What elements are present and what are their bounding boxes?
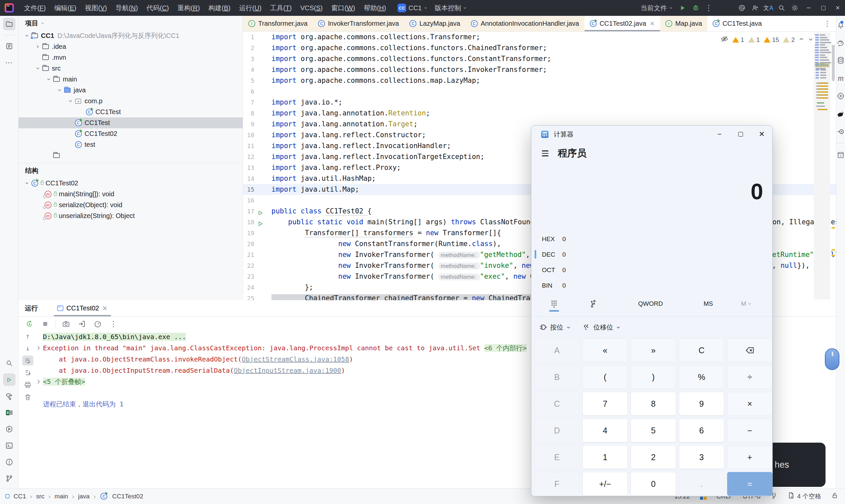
structure-item[interactable]: CCC1Test02	[18, 178, 243, 189]
at-mentions-icon[interactable]	[735, 1, 748, 15]
window-close-button[interactable]: ×	[830, 0, 845, 16]
tree-item-CC1Test[interactable]: CCC1Test	[18, 107, 243, 118]
database-toolwindow-button[interactable]	[837, 55, 845, 66]
project-panel-title[interactable]: 项目	[18, 16, 243, 30]
search-icon[interactable]	[775, 1, 788, 15]
minimap[interactable]: CC1Tes	[814, 32, 830, 300]
eye-off-icon[interactable]	[721, 35, 728, 44]
scrollbar-handle[interactable]	[832, 45, 835, 81]
hamburger-menu-icon[interactable]	[540, 148, 550, 158]
bitwise-dropdown[interactable]: 按位	[539, 323, 571, 332]
editor-scrollbar[interactable]	[831, 32, 836, 300]
inspection-widget[interactable]: 11152	[719, 34, 815, 45]
breadcrumb-item[interactable]: CC1Test02	[112, 493, 143, 500]
tree-item-.idea[interactable]: .idea	[18, 41, 243, 52]
debug-button[interactable]	[689, 1, 702, 15]
key-»[interactable]: »	[631, 338, 676, 362]
next-problem-icon[interactable]	[808, 36, 813, 43]
key-%[interactable]: %	[679, 365, 724, 389]
soft-wrap-button[interactable]	[22, 356, 33, 365]
menu-VCSS[interactable]: VCS(S)	[296, 2, 327, 14]
menu-编辑E[interactable]: 编辑(E)	[50, 2, 81, 14]
menu-窗口W[interactable]: 窗口(W)	[327, 2, 359, 14]
key-D[interactable]: D	[534, 418, 580, 442]
window-minimize-button[interactable]: −	[801, 0, 816, 16]
breadcrumb-item[interactable]: CC1	[14, 493, 26, 500]
tab-LazyMap.java[interactable]: CLazyMap.java	[404, 16, 465, 31]
minimize-button[interactable]: −	[709, 126, 730, 143]
prev-problem-icon[interactable]	[799, 36, 804, 43]
tab-Transformer.java[interactable]: ITransformer.java	[243, 16, 313, 31]
close-icon[interactable]: ✕	[650, 20, 655, 28]
key-4[interactable]: 4	[583, 418, 628, 442]
structure-item[interactable]: mmain(String[]): void	[18, 189, 243, 200]
project-widget[interactable]: CC CC1	[398, 4, 427, 12]
window-restore-button[interactable]	[816, 0, 830, 16]
translate-icon[interactable]: 文A	[762, 1, 775, 15]
maximize-button[interactable]	[730, 126, 751, 143]
key-F[interactable]: F	[534, 472, 580, 496]
key-C[interactable]: C	[534, 392, 580, 416]
run-toolwindow-button[interactable]	[3, 373, 16, 386]
key-backspace[interactable]	[727, 338, 772, 362]
print-button[interactable]	[22, 380, 33, 390]
base-row-BIN[interactable]: BIN0	[535, 278, 667, 293]
base-row-OCT[interactable]: OCT0	[535, 262, 667, 278]
key-×[interactable]: ×	[727, 392, 772, 416]
unlock-status-icon[interactable]	[831, 492, 839, 501]
console-tab[interactable]: CC1Test02 ✕	[54, 300, 111, 316]
calculator-titlebar[interactable]: 计算器 − ✕	[531, 126, 772, 143]
screenshot-button[interactable]	[61, 319, 72, 329]
coverage-button[interactable]	[92, 319, 103, 329]
key-9[interactable]: 9	[679, 392, 724, 416]
excel-plugin-button[interactable]: X	[3, 407, 16, 419]
key-=[interactable]: =	[727, 472, 772, 496]
notifications-button[interactable]	[837, 19, 845, 30]
folded-lines-badge[interactable]: <5 个折叠帧>	[43, 378, 85, 385]
clear-button[interactable]	[22, 392, 33, 402]
key-E[interactable]: E	[534, 445, 580, 469]
key-0[interactable]: 0	[631, 472, 676, 496]
structure-item[interactable]: mserialize(Object): void	[18, 200, 243, 211]
import-test-button[interactable]	[76, 319, 87, 329]
scroll-down-button[interactable]: ↓	[22, 343, 33, 353]
vcs-widget[interactable]: 版本控制	[434, 4, 467, 13]
key-8[interactable]: 8	[631, 392, 676, 416]
key-5[interactable]: 5	[631, 418, 676, 442]
inspection-count[interactable]: 1	[732, 36, 744, 43]
key-)[interactable]: )	[631, 365, 676, 389]
menu-帮助H[interactable]: 帮助(H)	[359, 2, 390, 14]
structure-panel-title[interactable]: 结构	[18, 163, 243, 178]
close-icon[interactable]: ✕	[102, 304, 108, 312]
key-3[interactable]: 3	[679, 445, 724, 469]
key-÷[interactable]: ÷	[727, 365, 772, 389]
menu-重构R[interactable]: 重构(R)	[173, 2, 204, 14]
key-A[interactable]: A	[534, 338, 580, 362]
run-config-widget[interactable]: 当前文件	[641, 4, 673, 13]
more-actions-button[interactable]: ⋮	[702, 1, 715, 15]
commit-toolwindow-button[interactable]	[3, 40, 16, 52]
tree-item-CC1[interactable]: CC1D:\JavaCode\Java序列化与反序列化\CC1	[18, 30, 243, 41]
full-keypad-toggle[interactable]	[535, 296, 573, 312]
tree-item-src[interactable]: src	[18, 63, 243, 74]
tree-item-CC1Test[interactable]: CCC1Test	[18, 118, 243, 128]
tab-bar-more[interactable]: ⋮	[818, 16, 836, 31]
inspection-count[interactable]: 15	[764, 36, 779, 43]
ai-assistant-button[interactable]	[837, 37, 845, 48]
maven-toolwindow-button[interactable]: m	[837, 73, 845, 84]
dictionary-plugin-button[interactable]: A	[837, 149, 845, 161]
plugin-x-button[interactable]	[837, 90, 845, 102]
services-toolwindow-button[interactable]	[3, 423, 16, 435]
key-+/−[interactable]: +/−	[583, 472, 628, 496]
project-toolwindow-button[interactable]	[3, 18, 16, 30]
menu-运行U[interactable]: 运行(U)	[235, 2, 266, 14]
memory-menu-button[interactable]: M	[728, 296, 764, 312]
key-7[interactable]: 7	[583, 392, 628, 416]
key-2[interactable]: 2	[631, 445, 676, 469]
base-row-HEX[interactable]: HEX0	[535, 231, 667, 247]
stacktrace-link[interactable]: ObjectInputStream.java:1900	[234, 366, 341, 374]
tree-item-main[interactable]: main	[18, 74, 243, 85]
tree-item-com.p[interactable]: com.p	[18, 96, 243, 107]
settings-icon[interactable]	[788, 1, 801, 15]
key-«[interactable]: «	[583, 338, 628, 362]
